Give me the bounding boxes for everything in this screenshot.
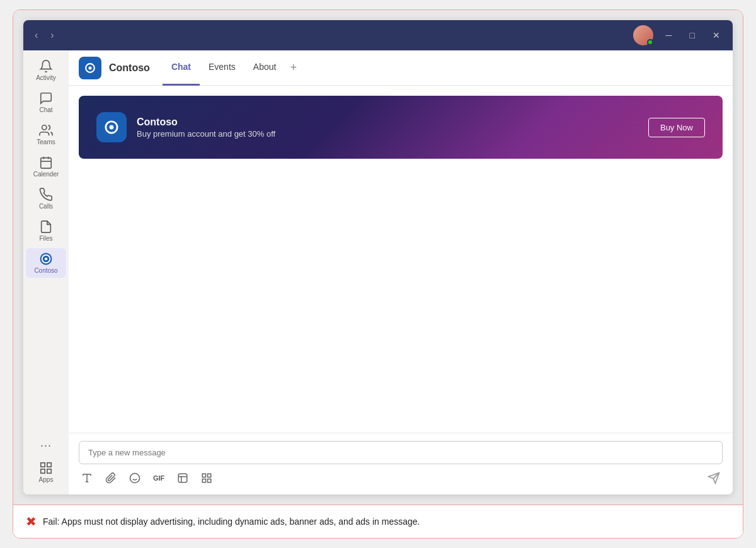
svg-rect-24	[208, 479, 211, 482]
svg-point-17	[110, 125, 114, 130]
sidebar-more-button[interactable]: ...	[38, 431, 54, 455]
maximize-button[interactable]: □	[685, 28, 700, 43]
tab-about[interactable]: About	[244, 50, 285, 86]
svg-rect-22	[203, 474, 206, 477]
title-bar-left: ‹ ›	[31, 27, 58, 43]
sidebar: Activity Chat	[23, 50, 69, 494]
minimize-button[interactable]: ─	[661, 28, 677, 43]
error-bar: ✖ Fail: Apps must not display advertisin…	[13, 505, 743, 538]
sidebar-label-activity: Activity	[36, 74, 56, 81]
sidebar-label-calendar: Calender	[33, 171, 59, 178]
app-content: Contoso Chat Events About +	[69, 50, 733, 494]
sidebar-label-contoso: Contoso	[34, 267, 57, 274]
format-button[interactable]	[79, 470, 95, 486]
toolbar-icons: GIF	[79, 470, 215, 486]
sidebar-item-chat[interactable]: Chat	[26, 88, 66, 117]
sticker-button[interactable]	[175, 470, 191, 486]
app-tabs: Chat Events About +	[163, 50, 302, 86]
sidebar-label-files: Files	[39, 235, 52, 242]
gif-button[interactable]: GIF	[151, 472, 167, 484]
sidebar-label-apps: Apps	[39, 476, 54, 483]
promo-banner: Contoso Buy premium account and get 30% …	[79, 96, 723, 159]
svg-rect-9	[47, 463, 51, 467]
sidebar-item-activity[interactable]: Activity	[26, 55, 66, 85]
sidebar-item-calendar[interactable]: Calender	[26, 152, 66, 181]
more-options-button[interactable]	[198, 470, 215, 486]
add-tab-button[interactable]: +	[285, 50, 302, 86]
buy-now-button[interactable]: Buy Now	[648, 118, 705, 137]
main-content: Activity Chat	[23, 50, 733, 494]
close-button[interactable]: ✕	[707, 28, 725, 43]
error-text: Fail: Apps must not display advertising,…	[43, 517, 420, 527]
error-icon: ✖	[26, 514, 37, 529]
tab-chat[interactable]: Chat	[163, 50, 200, 86]
avatar[interactable]	[633, 25, 653, 45]
svg-rect-25	[203, 479, 206, 482]
svg-point-0	[42, 125, 47, 130]
sidebar-item-files[interactable]: Files	[26, 216, 66, 246]
svg-rect-8	[41, 463, 45, 467]
banner-subtitle: Buy premium account and get 30% off	[137, 129, 638, 139]
message-input-area: GIF	[69, 433, 733, 494]
sidebar-item-teams[interactable]: Teams	[26, 120, 66, 149]
banner-text: Contoso Buy premium account and get 30% …	[137, 117, 638, 139]
svg-rect-10	[47, 469, 51, 473]
sidebar-item-calls[interactable]: Calls	[26, 184, 66, 214]
message-toolbar: GIF	[79, 469, 723, 487]
sidebar-item-apps[interactable]: Apps	[26, 457, 66, 487]
svg-rect-21	[179, 474, 188, 482]
forward-button[interactable]: ›	[47, 27, 57, 43]
attach-button[interactable]	[103, 470, 119, 486]
svg-point-14	[88, 66, 91, 69]
title-bar-right: ─ □ ✕	[633, 25, 725, 45]
sidebar-label-chat: Chat	[39, 106, 52, 113]
banner-logo	[96, 112, 127, 142]
status-dot	[647, 39, 653, 45]
emoji-button[interactable]	[127, 470, 143, 486]
chat-area	[69, 169, 733, 433]
app-logo	[79, 57, 101, 79]
title-bar: ‹ › ─ □ ✕	[23, 20, 733, 50]
banner-area: Contoso Buy premium account and get 30% …	[69, 86, 733, 169]
sidebar-label-teams: Teams	[37, 139, 55, 146]
svg-rect-11	[41, 469, 45, 473]
message-input[interactable]	[79, 441, 723, 464]
svg-point-18	[130, 474, 140, 483]
back-button[interactable]: ‹	[31, 27, 42, 43]
svg-point-7	[45, 258, 48, 261]
banner-title: Contoso	[137, 117, 638, 128]
sidebar-item-contoso[interactable]: Contoso	[26, 248, 66, 278]
svg-rect-1	[41, 158, 52, 168]
tab-events[interactable]: Events	[200, 50, 244, 86]
send-button[interactable]	[705, 469, 723, 487]
svg-rect-23	[208, 474, 211, 477]
app-header: Contoso Chat Events About +	[69, 50, 733, 86]
sidebar-label-calls: Calls	[39, 203, 53, 210]
app-name: Contoso	[109, 62, 150, 74]
